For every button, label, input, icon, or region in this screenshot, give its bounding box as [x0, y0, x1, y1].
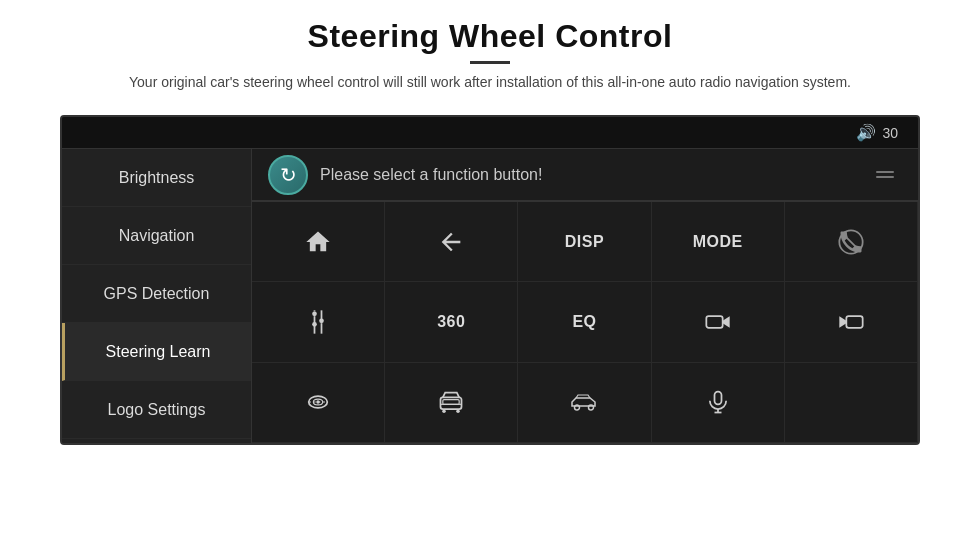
svg-point-23: [589, 405, 594, 410]
sidebar-item-steering-learn[interactable]: Steering Learn: [62, 323, 251, 381]
sidebar-item-brightness[interactable]: Brightness: [62, 149, 251, 207]
mic-icon: [704, 388, 732, 416]
button-empty: [785, 363, 918, 443]
device-content: Brightness Navigation GPS Detection Stee…: [62, 149, 918, 443]
button-home[interactable]: [252, 202, 385, 282]
button-car[interactable]: [252, 363, 385, 443]
phone-slash-icon: [837, 228, 865, 256]
mode-label: MODE: [693, 233, 743, 251]
device-top-bar: 🔊 30: [62, 117, 918, 149]
button-360[interactable]: 360: [385, 282, 518, 362]
button-disp[interactable]: DISP: [518, 202, 651, 282]
buttons-grid: DISP MODE: [252, 201, 918, 443]
sidebar-item-gps-detection[interactable]: GPS Detection: [62, 265, 251, 323]
button-camera-alt[interactable]: [785, 282, 918, 362]
disp-label: DISP: [565, 233, 604, 251]
eq-label: EQ: [572, 313, 596, 331]
360-label: 360: [437, 313, 465, 331]
volume-value: 30: [882, 125, 898, 141]
svg-rect-11: [846, 316, 862, 328]
home-icon: [304, 228, 332, 256]
sidebar-item-navigation[interactable]: Navigation: [62, 207, 251, 265]
top-right-dashes: [876, 171, 902, 178]
svg-rect-24: [714, 392, 721, 405]
svg-rect-18: [443, 400, 459, 405]
device-frame: 🔊 30 Brightness Navigation GPS Detection…: [60, 115, 920, 445]
back-icon: [437, 228, 465, 256]
sidebar-item-logo-settings[interactable]: Logo Settings: [62, 381, 251, 439]
button-mode[interactable]: MODE: [652, 202, 785, 282]
car-top-icon: [304, 388, 332, 416]
svg-marker-12: [839, 316, 846, 328]
camera-alt-icon: [837, 308, 865, 336]
tune-icon: [304, 308, 332, 336]
button-car-side[interactable]: [518, 363, 651, 443]
page-wrapper: Steering Wheel Control Your original car…: [0, 0, 980, 544]
volume-area: 🔊 30: [856, 123, 898, 142]
function-message: Please select a function button!: [320, 166, 542, 184]
title-section: Steering Wheel Control Your original car…: [129, 18, 851, 93]
svg-point-19: [443, 410, 447, 414]
button-back[interactable]: [385, 202, 518, 282]
button-car-front[interactable]: [385, 363, 518, 443]
svg-point-20: [457, 410, 461, 414]
svg-point-2: [312, 311, 317, 316]
button-camera[interactable]: [652, 282, 785, 362]
sync-icon: ↻: [280, 163, 297, 187]
subtitle: Your original car's steering wheel contr…: [129, 72, 851, 93]
svg-marker-10: [722, 316, 729, 328]
camera-icon: [704, 308, 732, 336]
svg-point-16: [316, 401, 320, 405]
sidebar: Brightness Navigation GPS Detection Stee…: [62, 149, 252, 443]
title-divider: [470, 61, 510, 64]
volume-icon: 🔊: [856, 123, 876, 142]
button-mic[interactable]: [652, 363, 785, 443]
button-tune[interactable]: [252, 282, 385, 362]
button-eq[interactable]: EQ: [518, 282, 651, 362]
svg-point-7: [319, 318, 324, 323]
page-title: Steering Wheel Control: [129, 18, 851, 55]
main-panel: ↻ Please select a function button!: [252, 149, 918, 443]
sync-icon-container[interactable]: ↻: [268, 155, 308, 195]
top-message-row: ↻ Please select a function button!: [252, 149, 918, 201]
car-front-icon: [437, 388, 465, 416]
svg-rect-9: [706, 316, 722, 328]
svg-point-22: [575, 405, 580, 410]
button-phone-slash[interactable]: [785, 202, 918, 282]
car-side-icon: [570, 388, 598, 416]
